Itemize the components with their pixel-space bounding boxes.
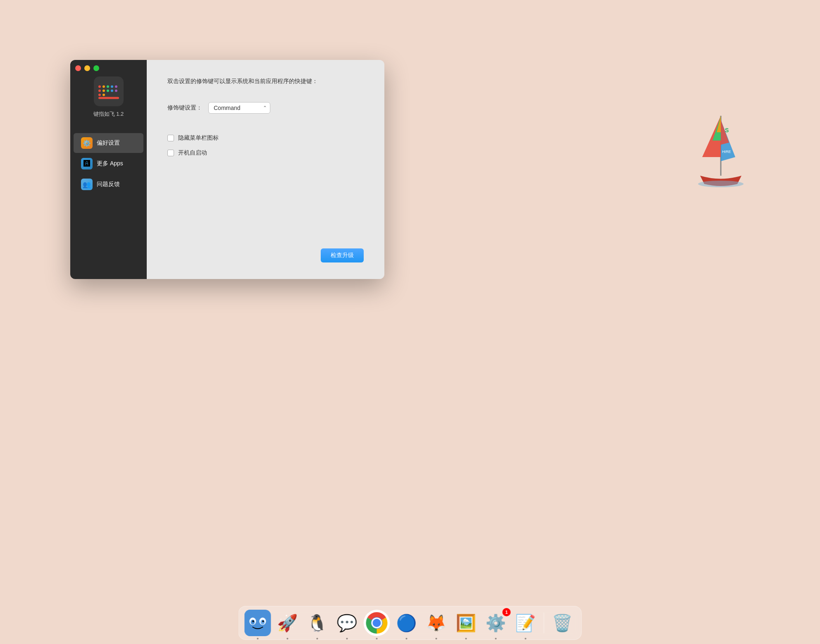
sidebar-item-feedback[interactable]: 👥 问题反馈: [74, 174, 143, 194]
preferences-icon: ⚙️: [81, 137, 93, 149]
modifier-key-setting-row: 修饰键设置： Command Option Control Shift ⌃: [167, 102, 364, 114]
svg-point-29: [253, 620, 254, 623]
svg-point-7: [107, 89, 109, 92]
feedback-icon: 👥: [81, 179, 93, 190]
sidebar-item-apps-label: 更多 Apps: [97, 160, 123, 167]
svg-point-34: [373, 619, 381, 627]
hide-menu-icon-checkbox[interactable]: [167, 135, 174, 141]
svg-text:S: S: [725, 127, 729, 134]
dock-item-system-prefs[interactable]: ⚙️ 1: [483, 610, 509, 636]
dock-item-preview[interactable]: 🖼️: [453, 610, 479, 636]
svg-point-10: [98, 93, 101, 96]
svg-point-6: [102, 89, 105, 92]
checkboxes-section: 隐藏菜单栏图标 开机自启动: [167, 134, 364, 157]
svg-point-0: [98, 85, 101, 88]
dock: 🚀 🐧 💬 🔵 🦊 🖼: [238, 606, 582, 640]
svg-point-1: [102, 85, 105, 88]
keyboard-svg: [96, 82, 121, 101]
sailboat-decoration: S HIRE: [696, 107, 746, 190]
svg-point-2: [107, 85, 109, 88]
dock-item-launchpad[interactable]: 🚀: [274, 610, 301, 636]
sidebar-item-more-apps[interactable]: 🅰 更多 Apps: [74, 154, 143, 174]
svg-point-3: [111, 85, 113, 88]
hide-menu-icon-label: 隐藏菜单栏图标: [178, 134, 219, 142]
app-name: 键指如飞 1.2: [93, 110, 124, 118]
modifier-key-label: 修饰键设置：: [167, 104, 202, 112]
svg-point-5: [98, 89, 101, 92]
dock-item-textedit[interactable]: 📝: [512, 610, 539, 636]
svg-rect-12: [98, 97, 119, 99]
app-icon: [94, 76, 124, 106]
main-content: 双击设置的修饰键可以显示系统和当前应用程序的快捷键： 修饰键设置： Comman…: [147, 60, 384, 279]
modifier-key-select-wrapper: Command Option Control Shift ⌃: [208, 102, 270, 114]
sidebar-item-preferences-label: 偏好设置: [97, 139, 120, 147]
svg-point-19: [698, 181, 744, 187]
dock-item-trash[interactable]: 🗑️: [549, 610, 576, 636]
description-text: 双击设置的修饰键可以显示系统和当前应用程序的快捷键：: [167, 76, 364, 86]
sidebar: 键指如飞 1.2 ⚙️ 偏好设置 🅰 更多 Apps 👥 问题反馈: [70, 60, 147, 279]
dock-item-firefox[interactable]: 🦊: [423, 610, 450, 636]
app-icon-container: 键指如飞 1.2: [93, 76, 124, 118]
svg-point-11: [102, 93, 105, 96]
close-button[interactable]: [75, 65, 81, 71]
modifier-key-select[interactable]: Command Option Control Shift: [208, 102, 270, 114]
svg-point-9: [115, 89, 117, 92]
sidebar-item-preferences[interactable]: ⚙️ 偏好设置: [74, 133, 143, 153]
launch-at-startup-checkbox[interactable]: [167, 150, 174, 156]
svg-point-8: [111, 89, 113, 92]
launch-at-startup-row[interactable]: 开机自启动: [167, 149, 364, 157]
apps-icon: 🅰: [81, 158, 93, 169]
sailboat-svg: S HIRE: [696, 107, 746, 198]
check-update-button[interactable]: 检查升级: [321, 248, 364, 262]
dock-item-wechat[interactable]: 💬: [334, 610, 360, 636]
app-window: 键指如飞 1.2 ⚙️ 偏好设置 🅰 更多 Apps 👥 问题反馈 双击设置的修…: [70, 60, 384, 279]
dock-item-chrome[interactable]: [364, 610, 390, 636]
svg-point-4: [115, 85, 117, 88]
sidebar-item-feedback-label: 问题反馈: [97, 181, 120, 188]
launch-at-startup-label: 开机自启动: [178, 149, 207, 157]
maximize-button[interactable]: [93, 65, 99, 71]
dock-item-finder[interactable]: [245, 610, 271, 636]
svg-point-30: [262, 620, 264, 623]
svg-text:HIRE: HIRE: [722, 150, 731, 154]
bottom-bar: 检查升级: [167, 248, 364, 262]
minimize-button[interactable]: [84, 65, 90, 71]
window-controls: [75, 65, 99, 71]
dock-separator: [544, 613, 544, 633]
system-prefs-badge: 1: [503, 608, 511, 616]
dock-item-qq[interactable]: 🐧: [304, 610, 331, 636]
hide-menu-icon-row[interactable]: 隐藏菜单栏图标: [167, 134, 364, 142]
dock-item-arc[interactable]: 🔵: [393, 610, 420, 636]
sidebar-nav: ⚙️ 偏好设置 🅰 更多 Apps 👥 问题反馈: [70, 132, 147, 195]
